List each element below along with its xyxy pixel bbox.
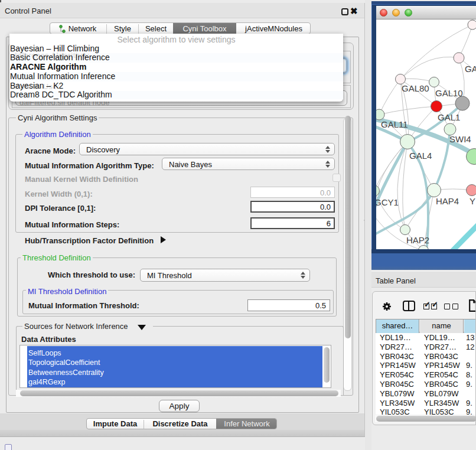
svg-text:GAL11: GAL11: [381, 119, 408, 129]
svg-text:GAL80: GAL80: [402, 83, 429, 93]
svg-text:HAP2: HAP2: [406, 235, 429, 245]
svg-text:Y: Y: [470, 196, 475, 206]
svg-text:GAL7: GAL7: [465, 64, 476, 74]
svg-text:GAL1: GAL1: [438, 112, 460, 122]
svg-text:GAL10: GAL10: [435, 88, 463, 98]
svg-text:HAP4: HAP4: [436, 196, 459, 206]
svg-text:SWI4: SWI4: [449, 134, 471, 144]
svg-text:GCY1: GCY1: [376, 197, 399, 207]
svg-text:GAL4: GAL4: [409, 151, 432, 161]
